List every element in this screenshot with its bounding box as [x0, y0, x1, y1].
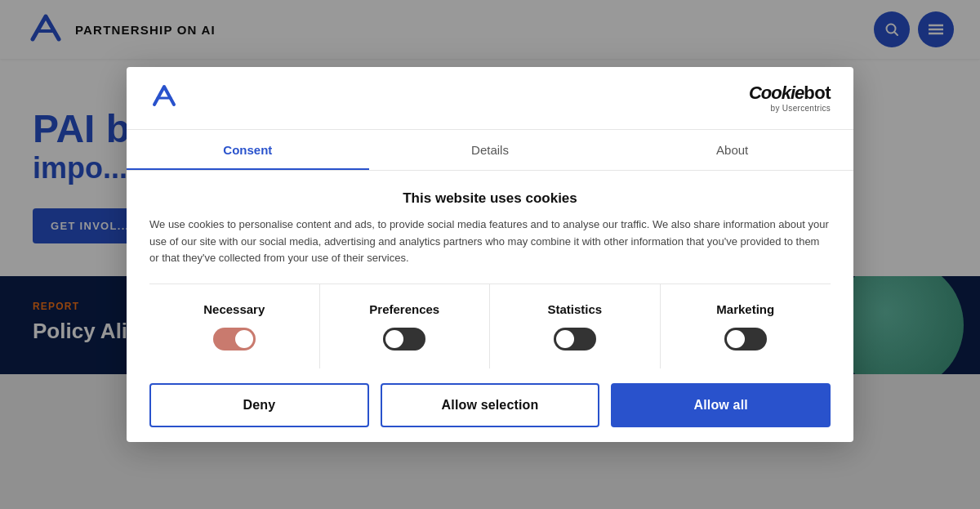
deny-button[interactable]: Deny — [149, 383, 369, 427]
toggle-cell-marketing: Marketing — [661, 284, 831, 368]
statistics-toggle[interactable] — [554, 328, 596, 350]
modal-tabs: Consent Details About — [127, 130, 853, 171]
pai-logo-icon — [149, 82, 179, 111]
modal-header: Cookiebot by Usercentrics — [127, 67, 853, 130]
modal-actions: Deny Allow selection Allow all — [127, 368, 853, 442]
allow-all-button[interactable]: Allow all — [611, 383, 831, 427]
statistics-knob — [556, 330, 574, 348]
preferences-label: Preferences — [369, 302, 439, 316]
statistics-label: Statistics — [547, 302, 602, 316]
necessary-knob — [235, 330, 253, 348]
marketing-toggle[interactable] — [724, 328, 767, 350]
marketing-label: Marketing — [716, 302, 774, 316]
necessary-label: Necessary — [203, 302, 265, 316]
toggle-grid: Necessary Preferences Statistics — [149, 284, 831, 368]
cookiebot-brand: Cookiebot by Usercentrics — [749, 83, 831, 113]
allow-selection-button[interactable]: Allow selection — [381, 383, 600, 427]
toggle-cell-preferences: Preferences — [320, 284, 491, 368]
marketing-knob — [727, 330, 745, 348]
modal-brand-logo — [149, 82, 179, 114]
preferences-toggle[interactable] — [383, 328, 425, 350]
toggle-cell-statistics: Statistics — [490, 284, 661, 368]
cookie-modal: Cookiebot by Usercentrics Consent Detail… — [127, 67, 853, 442]
modal-overlay: Cookiebot by Usercentrics Consent Detail… — [0, 0, 980, 509]
modal-description: We use cookies to personalise content an… — [149, 217, 831, 267]
tab-about[interactable]: About — [611, 130, 853, 170]
preferences-knob — [385, 330, 403, 348]
toggle-cell-necessary: Necessary — [149, 284, 320, 368]
cookiebot-name: Cookiebot — [749, 83, 831, 104]
modal-body: This website uses cookies We use cookies… — [127, 171, 853, 368]
cookiebot-sub: by Usercentrics — [771, 104, 831, 113]
tab-details[interactable]: Details — [369, 130, 612, 170]
tab-consent[interactable]: Consent — [127, 130, 369, 170]
modal-title: This website uses cookies — [149, 190, 831, 207]
necessary-toggle[interactable] — [213, 328, 256, 350]
